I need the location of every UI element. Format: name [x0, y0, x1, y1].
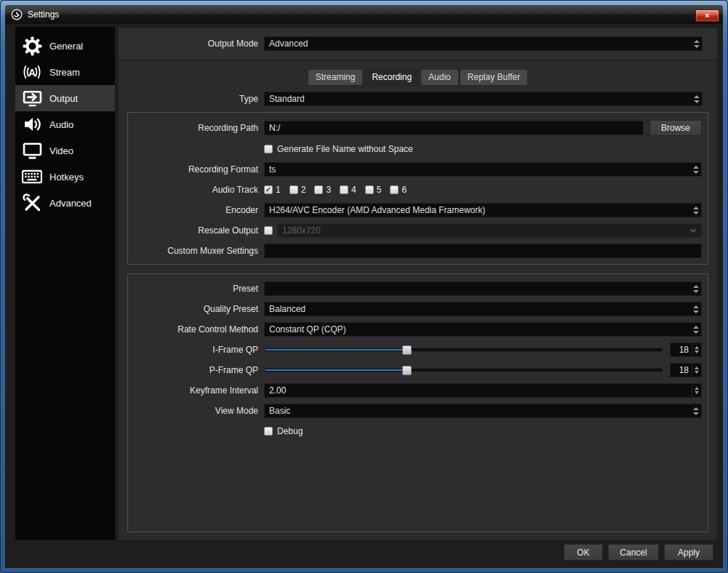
- tab-audio[interactable]: Audio: [420, 69, 459, 85]
- iframe-qp-spinbox[interactable]: 18: [670, 342, 702, 357]
- preset-row: Preset: [128, 281, 702, 296]
- sidebar-label: Video: [49, 145, 73, 156]
- iframe-qp-label: I-Frame QP: [128, 345, 258, 355]
- view-mode-select[interactable]: Basic: [264, 404, 702, 418]
- audio-track-6-checkbox[interactable]: ✓: [390, 185, 399, 194]
- encoder-row: Encoder H264/AVC Encoder (AMD Advanced M…: [128, 203, 702, 217]
- custom-muxer-row: Custom Muxer Settings: [128, 244, 702, 258]
- gear-icon: [21, 36, 43, 56]
- sidebar-item-general[interactable]: General: [15, 33, 115, 59]
- generate-no-space-checkbox[interactable]: ✓: [264, 145, 273, 153]
- close-button[interactable]: ×: [695, 9, 719, 22]
- output-tabs: Streaming Recording Audio Replay Buffer: [119, 61, 717, 86]
- keyframe-interval-label: Keyframe Interval: [128, 385, 258, 396]
- output-mode-select[interactable]: Advanced: [264, 36, 703, 51]
- sidebar-item-audio[interactable]: Audio: [15, 111, 115, 137]
- pframe-qp-slider[interactable]: [264, 363, 663, 377]
- cancel-button[interactable]: Cancel: [608, 544, 659, 561]
- generate-no-space-row: ✓ Generate File Name without Space: [128, 142, 702, 156]
- iframe-qp-row: I-Frame QP 18: [128, 342, 702, 357]
- encoder-settings-group: Preset Quality Preset Balanced Rate Cont…: [127, 273, 708, 532]
- preset-label: Preset: [128, 284, 258, 294]
- ok-button[interactable]: OK: [564, 544, 603, 561]
- sidebar-item-video[interactable]: Video: [15, 137, 115, 164]
- debug-checkbox[interactable]: ✓: [264, 427, 273, 436]
- tools-icon: [21, 193, 43, 213]
- spinner-arrows-icon[interactable]: [692, 364, 701, 377]
- obs-logo-icon: [11, 9, 23, 20]
- quality-preset-select[interactable]: Balanced: [264, 302, 702, 316]
- combo-arrows-icon: [690, 302, 701, 316]
- output-icon: [21, 89, 43, 107]
- audio-track-1[interactable]: ✓ 1: [264, 185, 281, 195]
- type-label: Type: [119, 94, 258, 104]
- sidebar-item-hotkeys[interactable]: Hotkeys: [15, 164, 115, 190]
- slider-handle[interactable]: [402, 366, 412, 375]
- spinner-arrows-icon[interactable]: [692, 343, 701, 356]
- window-title: Settings: [28, 9, 59, 20]
- keyframe-interval-spinbox[interactable]: 2.00: [264, 383, 702, 398]
- combo-arrows-icon: [690, 163, 701, 176]
- recording-format-select[interactable]: ts: [264, 162, 702, 177]
- keyboard-icon: [21, 169, 43, 185]
- keyframe-interval-row: Keyframe Interval 2.00: [128, 383, 702, 398]
- audio-track-2-checkbox[interactable]: ✓: [289, 185, 298, 194]
- tab-streaming[interactable]: Streaming: [308, 69, 364, 85]
- settings-dialog: General A Stream: [5, 24, 723, 568]
- audio-track-4-checkbox[interactable]: ✓: [340, 185, 348, 194]
- combo-arrows-icon: [690, 323, 701, 336]
- audio-track-2[interactable]: ✓ 2: [289, 185, 306, 195]
- close-icon: ×: [705, 12, 709, 20]
- audio-track-3-checkbox[interactable]: ✓: [314, 185, 323, 194]
- rate-control-select[interactable]: Constant QP (CQP): [264, 322, 702, 337]
- spinner-arrows-icon[interactable]: [692, 384, 701, 397]
- tab-replay-buffer[interactable]: Replay Buffer: [460, 69, 529, 85]
- tab-recording[interactable]: Recording: [364, 69, 420, 85]
- output-mode-row: Output Mode Advanced: [119, 28, 717, 61]
- audio-track-3[interactable]: ✓ 3: [314, 185, 331, 195]
- iframe-qp-slider[interactable]: [264, 342, 663, 357]
- rate-control-label: Rate Control Method: [128, 324, 258, 334]
- combo-arrows-icon: [691, 92, 702, 105]
- debug-row: ✓ Debug: [128, 424, 702, 438]
- slider-handle[interactable]: [402, 345, 412, 355]
- dialog-footer: OK Cancel Apply: [564, 544, 713, 561]
- custom-muxer-input[interactable]: [264, 244, 702, 258]
- audio-track-row: Audio Track ✓ 1 ✓ 2 ✓ 3: [128, 183, 702, 197]
- titlebar[interactable]: Settings: [5, 5, 723, 24]
- sidebar-item-output[interactable]: Output: [15, 85, 115, 111]
- encoder-select[interactable]: H264/AVC Encoder (AMD Advanced Media Fra…: [264, 203, 702, 217]
- audio-track-5-checkbox[interactable]: ✓: [365, 185, 374, 194]
- audio-track-checkboxes: ✓ 1 ✓ 2 ✓ 3 ✓ 4: [264, 185, 407, 195]
- pframe-qp-spinbox[interactable]: 18: [670, 363, 702, 377]
- broadcast-icon: A: [21, 63, 43, 81]
- monitor-icon: [21, 142, 43, 159]
- combo-arrows-icon: [690, 204, 701, 217]
- quality-preset-label: Quality Preset: [128, 304, 258, 314]
- combo-arrows-icon: [690, 404, 701, 417]
- type-select[interactable]: Standard: [264, 92, 703, 106]
- combo-arrows-icon: [691, 37, 702, 50]
- recording-path-input[interactable]: [264, 121, 644, 135]
- audio-track-1-checkbox[interactable]: ✓: [264, 185, 273, 194]
- settings-window: Settings ×: [0, 0, 728, 573]
- rate-control-row: Rate Control Method Constant QP (CQP): [128, 322, 702, 337]
- apply-button[interactable]: Apply: [664, 544, 713, 561]
- recording-path-label: Recording Path: [128, 123, 258, 133]
- debug-label: Debug: [277, 426, 303, 436]
- combo-arrows-icon: [690, 282, 701, 295]
- sidebar-item-stream[interactable]: A Stream: [15, 59, 115, 85]
- sidebar-item-advanced[interactable]: Advanced: [15, 190, 115, 216]
- preset-select[interactable]: [264, 281, 702, 296]
- rescale-output-checkbox[interactable]: ✓: [264, 226, 273, 235]
- view-mode-row: View Mode Basic: [128, 404, 702, 418]
- sidebar-label: Hotkeys: [49, 172, 84, 183]
- browse-button[interactable]: Browse: [649, 120, 702, 136]
- rescale-output-row: Rescale Output ✓ 1280x720: [128, 223, 702, 238]
- sidebar: General A Stream: [15, 27, 115, 540]
- sidebar-label: Output: [49, 93, 78, 104]
- audio-track-6[interactable]: ✓ 6: [390, 185, 407, 195]
- audio-track-5[interactable]: ✓ 5: [365, 185, 382, 195]
- pframe-qp-row: P-Frame QP 18: [128, 363, 702, 377]
- audio-track-4[interactable]: ✓ 4: [340, 185, 356, 195]
